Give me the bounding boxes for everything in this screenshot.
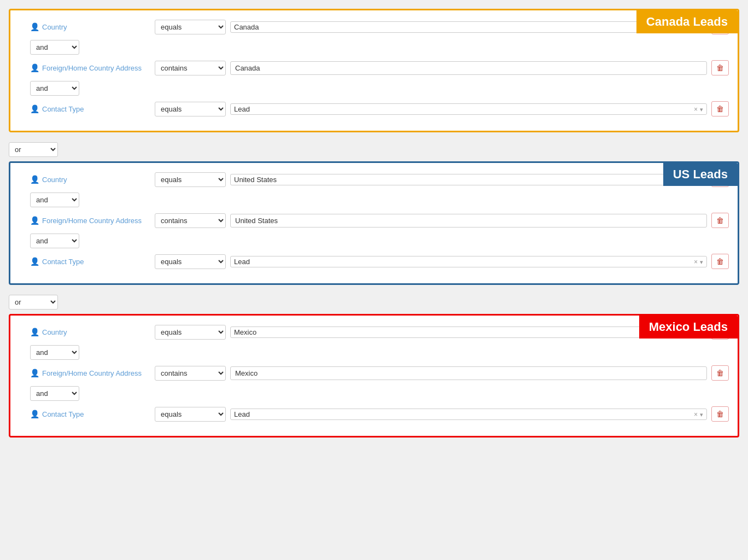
connector-select-0-3[interactable]: and or bbox=[30, 81, 79, 96]
field-label-2-4: 👤 Contact Type bbox=[30, 410, 150, 418]
condition-row-1-4: 👤 Contact Typeequalsnot equalscontainsdo… bbox=[19, 254, 729, 269]
operator-select-2-2[interactable]: containsdoes not containequalsnot equals bbox=[155, 366, 226, 381]
field-label-2-2: 👤 Foreign/Home Country Address bbox=[30, 369, 150, 377]
value-select-1-0[interactable]: United States ×▾ bbox=[230, 174, 707, 185]
caret-icon-0-4: ▾ bbox=[700, 106, 703, 113]
group-canada: Canada Leads👤 Countryequalsnot equalscon… bbox=[9, 9, 739, 132]
field-name-1-4: Contact Type bbox=[42, 258, 84, 266]
value-input-2-2[interactable] bbox=[230, 366, 707, 380]
operator-select-0-2[interactable]: containsdoes not containequalsnot equals bbox=[155, 61, 226, 75]
condition-row-1-0: 👤 Countryequalsnot equalscontainsdoes no… bbox=[19, 172, 729, 187]
connector-select-2-1[interactable]: and or bbox=[30, 345, 79, 360]
field-name-1-2: Foreign/Home Country Address bbox=[42, 217, 142, 225]
group-connector-select-2[interactable]: or and bbox=[9, 295, 58, 310]
value-text-0-4: Lead bbox=[234, 105, 250, 113]
person-icon: 👤 bbox=[30, 216, 39, 225]
field-name-2-2: Foreign/Home Country Address bbox=[42, 369, 142, 377]
connector-select-1-1[interactable]: and or bbox=[30, 192, 79, 207]
operator-select-1-0[interactable]: equalsnot equalscontainsdoes not contain bbox=[155, 172, 226, 187]
group-title-us: US Leads bbox=[663, 163, 738, 186]
clear-value-btn-2-4[interactable]: × bbox=[694, 411, 698, 418]
trash-icon-2-2: 🗑 bbox=[716, 369, 724, 377]
field-label-0-4: 👤 Contact Type bbox=[30, 104, 150, 113]
person-icon: 👤 bbox=[30, 328, 39, 336]
condition-row-0-0: 👤 Countryequalsnot equalscontainsdoes no… bbox=[19, 19, 729, 34]
person-icon: 👤 bbox=[30, 369, 39, 377]
field-name-0-4: Contact Type bbox=[42, 105, 84, 113]
trash-icon-1-4: 🗑 bbox=[716, 257, 724, 266]
value-text-1-0: United States bbox=[234, 176, 277, 184]
condition-row-0-4: 👤 Contact Typeequalsnot equalscontainsdo… bbox=[19, 101, 729, 116]
group-title-mexico: Mexico Leads bbox=[639, 316, 738, 339]
field-label-0-0: 👤 Country bbox=[30, 22, 150, 31]
operator-select-0-0[interactable]: equalsnot equalscontainsdoes not contain bbox=[155, 20, 226, 34]
field-label-2-0: 👤 Country bbox=[30, 328, 150, 336]
delete-btn-2-4[interactable]: 🗑 bbox=[711, 406, 729, 422]
caret-icon-1-4: ▾ bbox=[700, 259, 703, 265]
value-text-2-0: Mexico bbox=[234, 328, 256, 336]
group-connector-select-1[interactable]: or and bbox=[9, 142, 58, 157]
delete-btn-1-4[interactable]: 🗑 bbox=[711, 254, 729, 269]
value-text-0-0: Canada bbox=[234, 23, 259, 31]
trash-icon-2-4: 🗑 bbox=[716, 410, 724, 418]
clear-value-btn-1-4[interactable]: × bbox=[694, 258, 698, 266]
field-name-2-4: Contact Type bbox=[42, 410, 84, 418]
caret-icon-2-4: ▾ bbox=[700, 411, 703, 418]
condition-row-2-4: 👤 Contact Typeequalsnot equalscontainsdo… bbox=[19, 406, 729, 422]
value-input-1-2[interactable] bbox=[230, 214, 707, 228]
value-select-2-4[interactable]: Lead ×▾ bbox=[230, 409, 707, 420]
connector-select-1-3[interactable]: and or bbox=[30, 234, 79, 248]
value-select-2-0[interactable]: Mexico ×▾ bbox=[230, 326, 707, 338]
condition-row-1-2: 👤 Foreign/Home Country Addresscontainsdo… bbox=[19, 213, 729, 228]
person-icon: 👤 bbox=[30, 104, 39, 113]
connector-select-2-3[interactable]: and or bbox=[30, 386, 79, 401]
value-input-0-2[interactable] bbox=[230, 61, 707, 75]
operator-select-0-4[interactable]: equalsnot equalscontainsdoes not contain bbox=[155, 102, 226, 116]
delete-btn-1-2[interactable]: 🗑 bbox=[711, 213, 729, 228]
clear-value-btn-0-4[interactable]: × bbox=[694, 106, 698, 113]
delete-btn-0-2[interactable]: 🗑 bbox=[711, 60, 729, 75]
person-icon: 👤 bbox=[30, 63, 39, 72]
value-text-2-4: Lead bbox=[234, 410, 250, 418]
delete-btn-0-4[interactable]: 🗑 bbox=[711, 101, 729, 116]
trash-icon-0-4: 🗑 bbox=[716, 104, 724, 113]
operator-select-2-0[interactable]: equalsnot equalscontainsdoes not contain bbox=[155, 325, 226, 340]
value-select-0-4[interactable]: Lead ×▾ bbox=[230, 103, 707, 115]
value-select-1-4[interactable]: Lead ×▾ bbox=[230, 256, 707, 267]
field-label-1-0: 👤 Country bbox=[30, 175, 150, 184]
person-icon: 👤 bbox=[30, 410, 39, 418]
value-text-1-4: Lead bbox=[234, 258, 250, 266]
value-select-0-0[interactable]: Canada ×▾ bbox=[230, 21, 707, 33]
field-name-0-2: Foreign/Home Country Address bbox=[42, 64, 142, 72]
operator-select-1-2[interactable]: containsdoes not containequalsnot equals bbox=[155, 213, 226, 228]
condition-row-2-0: 👤 Countryequalsnot equalscontainsdoes no… bbox=[19, 324, 729, 340]
condition-row-0-2: 👤 Foreign/Home Country Addresscontainsdo… bbox=[19, 60, 729, 75]
person-icon: 👤 bbox=[30, 22, 39, 31]
delete-btn-2-2[interactable]: 🗑 bbox=[711, 365, 729, 381]
operator-select-1-4[interactable]: equalsnot equalscontainsdoes not contain bbox=[155, 254, 226, 269]
group-mexico: Mexico Leads👤 Countryequalsnot equalscon… bbox=[9, 314, 739, 438]
person-icon: 👤 bbox=[30, 257, 39, 266]
condition-row-2-2: 👤 Foreign/Home Country Addresscontainsdo… bbox=[19, 365, 729, 381]
field-label-1-2: 👤 Foreign/Home Country Address bbox=[30, 216, 150, 225]
operator-select-2-4[interactable]: equalsnot equalscontainsdoes not contain bbox=[155, 407, 226, 422]
field-name-1-0: Country bbox=[42, 176, 67, 184]
field-label-0-2: 👤 Foreign/Home Country Address bbox=[30, 63, 150, 72]
group-title-canada: Canada Leads bbox=[636, 10, 738, 33]
field-label-1-4: 👤 Contact Type bbox=[30, 257, 150, 266]
trash-icon-0-2: 🗑 bbox=[716, 63, 724, 72]
group-us: US Leads👤 Countryequalsnot equalscontain… bbox=[9, 161, 739, 285]
field-name-0-0: Country bbox=[42, 23, 67, 31]
field-name-2-0: Country bbox=[42, 328, 67, 336]
connector-select-0-1[interactable]: and or bbox=[30, 40, 79, 55]
person-icon: 👤 bbox=[30, 175, 39, 184]
trash-icon-1-2: 🗑 bbox=[716, 216, 724, 225]
